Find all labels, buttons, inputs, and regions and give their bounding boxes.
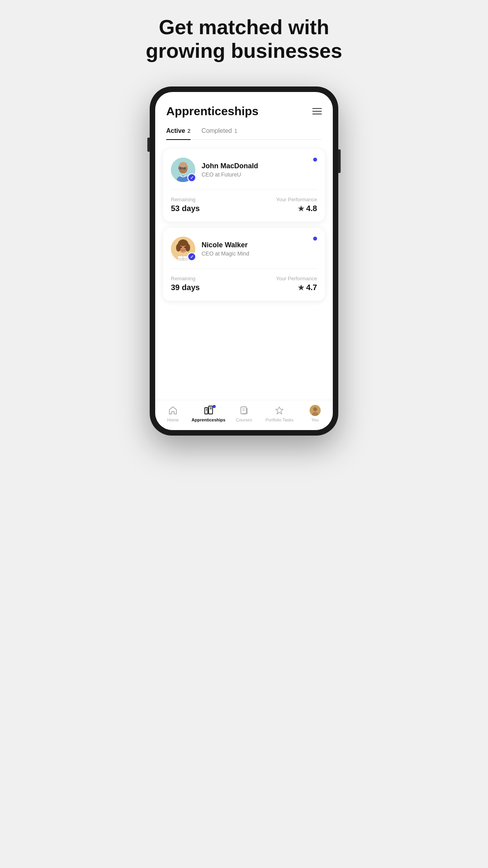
nav-courses[interactable]: Courses [226,405,262,422]
card-nicole-divider [171,268,317,268]
tabs: Active 2 Completed 1 [166,127,322,140]
tab-completed[interactable]: Completed 1 [202,127,237,140]
john-remaining: Remaining 53 days [171,197,200,213]
you-avatar-icon [310,405,321,416]
john-perf-value: ★ 4.8 [276,204,317,213]
card-nicole-stats: Remaining 39 days Your Performance ★ 4.7 [171,276,317,292]
nicole-role: CEO at Magic Mind [202,250,317,257]
phone-screen: Apprenticeships Active 2 Completed 1 [155,92,333,430]
nicole-performance: Your Performance ★ 4.7 [276,276,317,292]
tabs-container: Active 2 Completed 1 [155,118,333,140]
courses-icon [238,405,250,416]
svg-point-15 [178,240,188,246]
nicole-star-icon: ★ [298,283,304,292]
svg-point-17 [184,246,186,248]
bottom-nav: Home Apprenticeships [155,400,333,430]
john-verified-badge [187,173,196,182]
tab-active[interactable]: Active 2 [166,127,191,140]
nav-portfolio-label: Portfolio Tasks [266,417,294,422]
card-john[interactable]: John MacDonald CEO at FutureU Remaining … [163,149,325,222]
phone-frame: Apprenticeships Active 2 Completed 1 [150,86,338,436]
nicole-remaining: Remaining 39 days [171,276,200,292]
john-info: John MacDonald CEO at FutureU [202,162,317,178]
john-name: John MacDonald [202,162,317,170]
card-john-divider [171,189,317,189]
avatar-john-wrap [171,158,195,182]
john-star-icon: ★ [298,204,304,213]
nav-apprenticeships[interactable]: Apprenticeships [191,405,226,422]
nav-you[interactable]: You [297,405,333,422]
nav-apprenticeships-label: Apprenticeships [192,417,226,422]
page-title: Apprenticeships [166,105,259,118]
nav-home-label: Home [167,417,179,422]
svg-point-8 [179,162,187,167]
menu-button[interactable] [312,108,322,114]
nav-courses-label: Courses [236,417,252,422]
john-performance: Your Performance ★ 4.8 [276,197,317,213]
nicole-info: Nicole Walker CEO at Magic Mind [202,241,317,257]
nav-apprenticeships-dot [213,405,216,408]
card-john-dot [313,158,317,162]
card-nicole-top: Nicole Walker CEO at Magic Mind [171,237,317,261]
home-icon [167,405,178,416]
svg-point-16 [180,246,182,248]
card-nicole-dot [313,237,317,241]
card-nicole[interactable]: Nicole Walker CEO at Magic Mind Remainin… [163,228,325,301]
portfolio-icon [274,405,285,416]
svg-rect-23 [209,406,213,414]
nicole-verified-badge [187,252,196,261]
nicole-perf-value: ★ 4.7 [276,283,317,292]
nav-portfolio[interactable]: Portfolio Tasks [262,405,297,422]
svg-point-7 [184,167,185,169]
avatar-nicole-wrap [171,237,195,261]
app-header: Apprenticeships [155,92,333,118]
nav-home[interactable]: Home [155,405,191,422]
svg-point-6 [180,167,181,169]
card-john-stats: Remaining 53 days Your Performance ★ 4.8 [171,197,317,213]
card-john-top: John MacDonald CEO at FutureU [171,158,317,182]
cards-container: John MacDonald CEO at FutureU Remaining … [155,140,333,400]
svg-point-33 [313,407,317,411]
nicole-name: Nicole Walker [202,241,317,249]
john-role: CEO at FutureU [202,171,317,178]
svg-rect-22 [205,408,208,414]
page-headline: Get matched with growing businesses [146,16,342,63]
nav-you-label: You [312,417,319,422]
svg-marker-31 [276,407,283,414]
